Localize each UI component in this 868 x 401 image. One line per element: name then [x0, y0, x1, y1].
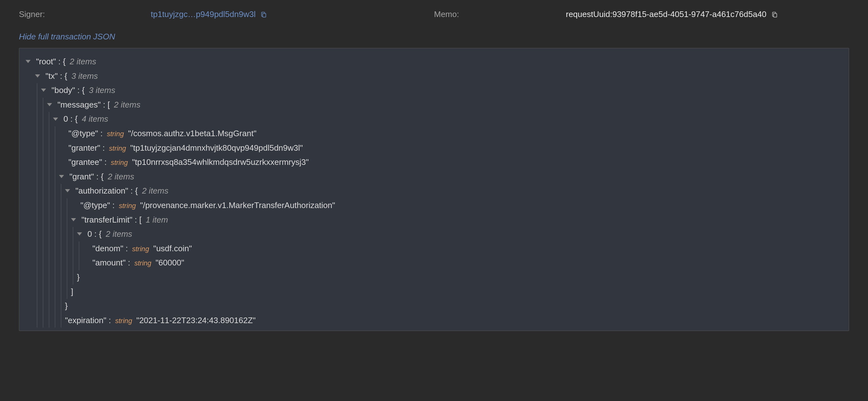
json-colon: :	[126, 244, 130, 253]
json-colon: :	[103, 100, 107, 109]
json-key: "messages"	[57, 100, 101, 109]
tree-row[interactable]: "body" : { 3 items	[41, 83, 842, 98]
json-key: "@type"	[68, 129, 98, 138]
json-type: string	[107, 130, 124, 138]
json-colon: :	[94, 229, 99, 239]
json-colon: :	[60, 71, 64, 81]
tree-row[interactable]: "denom" : string "usdf.coin"	[83, 241, 842, 256]
json-key: "tx"	[45, 71, 58, 81]
caret-icon[interactable]	[53, 118, 58, 121]
json-colon: :	[77, 86, 82, 95]
caret-icon[interactable]	[65, 189, 70, 192]
tree-row[interactable]: 0 : { 4 items	[53, 112, 842, 126]
tree-row[interactable]: "root" : { 2 items	[26, 55, 842, 69]
tree-row[interactable]: "messages" : [ 2 items	[47, 98, 842, 112]
json-value: "60000"	[155, 258, 184, 267]
json-colon: :	[104, 157, 109, 167]
json-colon: :	[128, 258, 132, 267]
json-meta: 3 items	[89, 86, 116, 95]
json-colon: :	[131, 186, 135, 196]
json-type: string	[115, 317, 132, 325]
json-brace: }	[77, 272, 80, 282]
json-value: "/cosmos.authz.v1beta1.MsgGrant"	[128, 129, 256, 138]
header-row: Signer: tp1tuyjzgc…p949pdl5dn9w3l Memo: …	[19, 6, 849, 19]
json-brace: {	[101, 172, 104, 181]
hide-json-toggle[interactable]: Hide full transaction JSON	[19, 32, 115, 42]
json-brace: {	[82, 86, 85, 95]
tree-row[interactable]: "@type" : string "/cosmos.authz.v1beta1.…	[59, 126, 842, 141]
json-key: "root"	[36, 57, 56, 66]
caret-icon[interactable]	[26, 60, 31, 63]
json-colon: :	[108, 315, 113, 325]
json-brace: {	[63, 57, 66, 66]
inner-panel: Signer: tp1tuyjzgc…p949pdl5dn9w3l Memo: …	[9, 6, 859, 331]
json-colon: :	[58, 57, 63, 66]
tree-row: }	[65, 299, 842, 313]
memo-field: Memo: requestUuid:93978f15-ae5d-4051-974…	[434, 9, 849, 19]
json-viewer: "root" : { 2 items "tx" : { 3 items	[19, 48, 849, 331]
json-meta: 2 items	[142, 186, 168, 196]
svg-rect-0	[263, 13, 266, 17]
signer-field: Signer: tp1tuyjzgc…p949pdl5dn9w3l	[19, 9, 434, 19]
json-bracket: [	[107, 100, 110, 109]
tree-row[interactable]: "transferLimit" : [ 1 item	[71, 213, 842, 227]
json-meta: 1 item	[146, 215, 168, 225]
json-brace: {	[65, 71, 67, 81]
copy-icon[interactable]	[260, 11, 267, 18]
tree-row[interactable]: "granter" : string "tp1tuyjzgcjan4dmnxhv…	[59, 141, 842, 156]
tree-row: ]	[71, 285, 842, 299]
json-key: "@type"	[81, 201, 110, 210]
tree-row[interactable]: "authorization" : { 2 items	[65, 184, 842, 198]
tree-row[interactable]: "amount" : string "60000"	[83, 256, 842, 270]
tree-row[interactable]: 0 : { 2 items	[77, 227, 842, 241]
json-colon: :	[96, 172, 101, 181]
json-meta: 2 items	[106, 229, 132, 239]
json-meta: 3 items	[71, 71, 98, 81]
json-meta: 2 items	[114, 100, 141, 109]
caret-icon[interactable]	[59, 175, 64, 178]
transaction-detail-panel: Signer: tp1tuyjzgc…p949pdl5dn9w3l Memo: …	[0, 0, 868, 331]
json-colon: :	[70, 114, 75, 124]
json-type: string	[132, 245, 149, 253]
json-key: 0	[63, 114, 68, 124]
json-bracket: [	[139, 215, 141, 225]
json-key: "denom"	[92, 244, 123, 253]
signer-label: Signer:	[19, 9, 148, 19]
json-key: "granter"	[68, 143, 100, 153]
json-type: string	[109, 144, 126, 152]
caret-icon[interactable]	[77, 232, 82, 235]
memo-value: requestUuid:93978f15-ae5d-4051-9747-a461…	[566, 9, 767, 19]
tree-row: }	[77, 270, 842, 285]
caret-icon[interactable]	[35, 74, 40, 77]
json-value: "tp10nrrxsq8a354whlkmdqsdrw5uzrkxxermrys…	[132, 157, 309, 167]
json-value: "usdf.coin"	[153, 244, 192, 253]
json-brace: {	[75, 114, 78, 124]
json-meta: 4 items	[82, 114, 108, 124]
json-bracket: ]	[71, 287, 73, 296]
json-brace: {	[99, 229, 101, 239]
json-colon: :	[135, 215, 139, 225]
svg-rect-1	[774, 13, 777, 17]
json-key: 0	[87, 229, 92, 239]
json-colon: :	[112, 201, 117, 210]
signer-link[interactable]: tp1tuyjzgc…p949pdl5dn9w3l	[151, 9, 255, 19]
json-colon: :	[100, 129, 105, 138]
tree-row[interactable]: "expiration" : string "2021-11-22T23:24:…	[65, 313, 842, 328]
tree-row[interactable]: "tx" : { 3 items	[35, 69, 842, 83]
caret-icon[interactable]	[47, 103, 52, 106]
json-type: string	[111, 159, 128, 166]
json-key: "grantee"	[68, 157, 102, 167]
json-key: "body"	[52, 86, 75, 95]
json-value: "2021-11-22T23:24:43.890162Z"	[136, 315, 255, 325]
json-key: "transferLimit"	[82, 215, 132, 225]
json-meta: 2 items	[108, 172, 134, 181]
tree-row[interactable]: "grant" : { 2 items	[59, 170, 842, 184]
json-brace: }	[65, 301, 68, 310]
tree-row[interactable]: "@type" : string "/provenance.marker.v1.…	[71, 198, 842, 213]
tree-row[interactable]: "grantee" : string "tp10nrrxsq8a354whlkm…	[59, 155, 842, 170]
json-value: "/provenance.marker.v1.MarkerTransferAut…	[140, 201, 335, 210]
copy-icon[interactable]	[772, 11, 778, 18]
caret-icon[interactable]	[41, 89, 46, 92]
caret-icon[interactable]	[71, 218, 76, 221]
json-type: string	[134, 259, 151, 267]
